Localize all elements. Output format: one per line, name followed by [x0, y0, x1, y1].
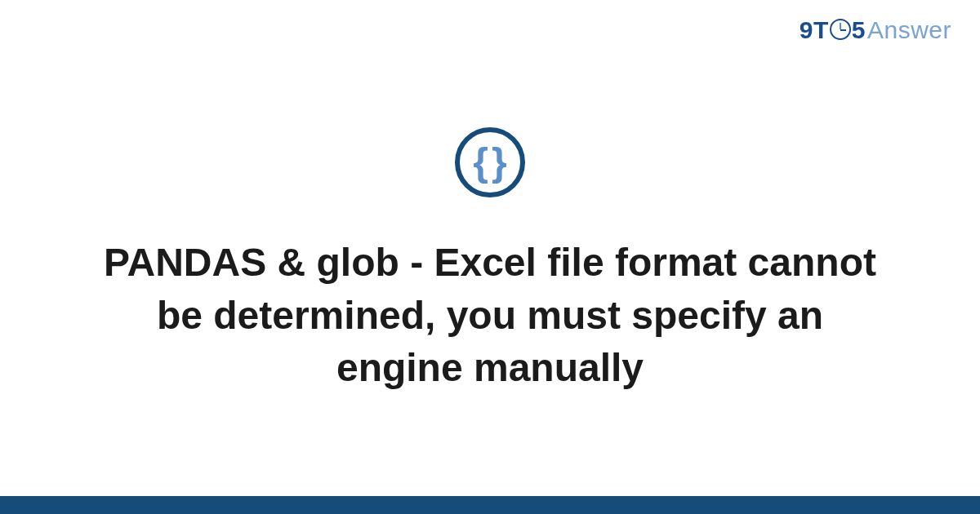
brace-left: { [473, 143, 488, 182]
category-icon-circle: { } [455, 127, 525, 197]
code-braces-icon: { } [473, 143, 506, 182]
footer-bar [0, 496, 980, 514]
main-content: { } PANDAS & glob - Excel file format ca… [0, 0, 980, 514]
page-title: PANDAS & glob - Excel file format cannot… [90, 237, 890, 395]
brace-right: } [492, 143, 507, 182]
